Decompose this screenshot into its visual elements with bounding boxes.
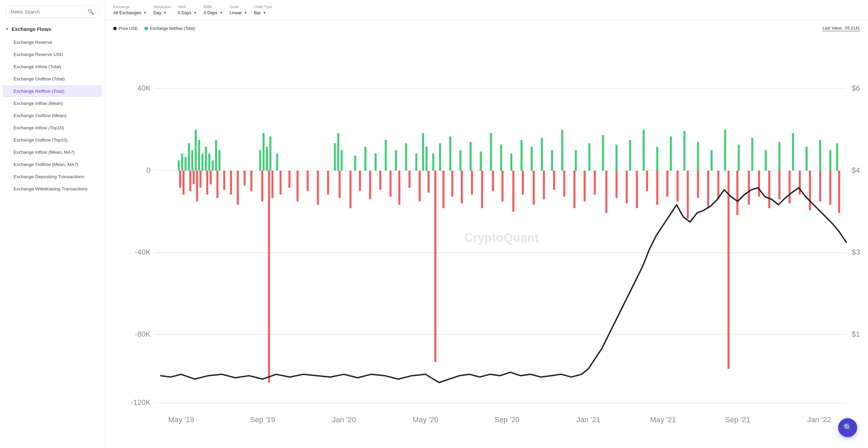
svg-text:May '21: May '21 bbox=[650, 415, 676, 424]
scale-select[interactable]: Linear ▼ bbox=[230, 10, 247, 15]
exchange-select[interactable]: All Exchanges ▼ bbox=[113, 10, 146, 15]
sma-value: 0 Days bbox=[178, 10, 191, 15]
sidebar-item-3[interactable]: Exchange Outflow (Total) bbox=[3, 73, 102, 85]
search-container: 🔍 bbox=[0, 5, 105, 23]
svg-rect-105 bbox=[279, 171, 281, 194]
svg-rect-155 bbox=[778, 171, 781, 200]
chart-type-label: Chart Type bbox=[254, 5, 272, 9]
fab-icon: 🔍 bbox=[843, 423, 852, 432]
svg-rect-110 bbox=[327, 171, 329, 194]
search-input[interactable] bbox=[11, 9, 87, 15]
svg-rect-23 bbox=[178, 161, 180, 171]
svg-rect-28 bbox=[195, 130, 197, 171]
svg-rect-85 bbox=[819, 140, 821, 171]
sidebar-item-6[interactable]: Exchange Outflow (Mean) bbox=[3, 110, 102, 122]
svg-rect-48 bbox=[395, 150, 397, 170]
svg-text:Jan '22: Jan '22 bbox=[807, 415, 831, 424]
sidebar-item-11[interactable]: Exchange Depositing Transactions bbox=[3, 171, 102, 183]
svg-rect-76 bbox=[697, 142, 699, 171]
svg-text:$45K: $45K bbox=[852, 166, 860, 174]
svg-rect-45 bbox=[364, 147, 367, 170]
svg-rect-72 bbox=[643, 130, 645, 171]
svg-rect-59 bbox=[490, 133, 492, 171]
svg-rect-152 bbox=[748, 171, 750, 205]
svg-rect-109 bbox=[317, 171, 319, 205]
svg-rect-113 bbox=[359, 171, 361, 191]
svg-rect-26 bbox=[188, 143, 190, 171]
price-dot bbox=[113, 27, 117, 30]
svg-rect-55 bbox=[449, 136, 451, 171]
svg-rect-100 bbox=[243, 171, 245, 186]
svg-rect-34 bbox=[215, 140, 217, 171]
svg-rect-145 bbox=[677, 171, 679, 202]
svg-rect-51 bbox=[422, 133, 424, 171]
sidebar: 🔍 ▼ Exchange Flows Exchange ReserveExcha… bbox=[0, 0, 105, 448]
search-icon: 🔍 bbox=[87, 8, 94, 15]
svg-rect-123 bbox=[451, 171, 453, 197]
svg-rect-74 bbox=[670, 136, 672, 171]
svg-rect-95 bbox=[210, 171, 212, 184]
svg-rect-38 bbox=[266, 147, 268, 170]
sidebar-item-7[interactable]: Exchange Inflow (Top10) bbox=[3, 122, 102, 134]
svg-rect-73 bbox=[656, 147, 658, 170]
svg-rect-134 bbox=[563, 171, 565, 197]
svg-rect-64 bbox=[541, 138, 543, 171]
legend-netflow-label: Exchange Netflow (Total) bbox=[150, 26, 195, 31]
sidebar-item-12[interactable]: Exchange Withdrawing Transactions bbox=[3, 183, 102, 195]
svg-rect-101 bbox=[250, 171, 252, 191]
svg-rect-138 bbox=[605, 171, 607, 213]
resolution-dropdown-icon: ▼ bbox=[163, 11, 166, 15]
svg-rect-117 bbox=[398, 171, 400, 205]
sidebar-item-2[interactable]: Exchange Inflow (Total) bbox=[3, 61, 102, 73]
resolution-value: Day bbox=[153, 10, 161, 15]
chart-type-select[interactable]: Bar ▼ bbox=[254, 10, 272, 15]
scale-value: Linear bbox=[230, 10, 242, 15]
svg-rect-107 bbox=[296, 171, 298, 202]
ema-select[interactable]: 0 Days ▼ bbox=[204, 10, 223, 15]
sma-select[interactable]: 0 Days ▼ bbox=[178, 10, 197, 15]
toolbar: Exchange All Exchanges ▼ Resolution Day … bbox=[105, 0, 868, 20]
svg-rect-122 bbox=[442, 171, 445, 208]
sidebar-item-8[interactable]: Exchange Outflow (Top10) bbox=[3, 134, 102, 146]
svg-rect-126 bbox=[481, 171, 483, 208]
sidebar-item-5[interactable]: Exchange Inflow (Mean) bbox=[3, 97, 102, 109]
svg-rect-49 bbox=[405, 143, 407, 171]
svg-rect-27 bbox=[191, 150, 193, 170]
svg-rect-44 bbox=[354, 155, 356, 170]
toolbar-scale-group: Scale Linear ▼ bbox=[230, 5, 247, 15]
toolbar-resolution-group: Resolution Day ▼ bbox=[153, 5, 171, 15]
svg-rect-140 bbox=[626, 171, 628, 204]
sidebar-item-4[interactable]: Exchange Netflow (Total) bbox=[3, 85, 102, 97]
ema-value: 0 Days bbox=[204, 10, 217, 15]
resolution-label: Resolution bbox=[153, 5, 171, 9]
svg-rect-121 bbox=[434, 171, 436, 362]
section-header[interactable]: ▼ Exchange Flows bbox=[0, 23, 105, 36]
svg-rect-41 bbox=[334, 143, 336, 171]
svg-rect-71 bbox=[629, 140, 631, 171]
svg-rect-148 bbox=[707, 171, 709, 208]
svg-rect-160 bbox=[829, 171, 831, 205]
svg-rect-144 bbox=[666, 171, 668, 197]
svg-rect-137 bbox=[594, 171, 596, 194]
svg-rect-40 bbox=[276, 153, 278, 170]
svg-rect-87 bbox=[836, 143, 838, 171]
main-content: Exchange All Exchanges ▼ Resolution Day … bbox=[105, 0, 868, 448]
svg-rect-42 bbox=[337, 133, 339, 171]
svg-rect-56 bbox=[459, 150, 461, 170]
legend-price-label: Price USD bbox=[119, 26, 138, 31]
search-box[interactable]: 🔍 bbox=[5, 5, 99, 18]
fab-button[interactable]: 🔍 bbox=[838, 418, 857, 437]
sidebar-item-0[interactable]: Exchange Reserve bbox=[3, 36, 102, 48]
resolution-select[interactable]: Day ▼ bbox=[153, 10, 171, 15]
svg-rect-60 bbox=[500, 145, 502, 171]
sidebar-item-9[interactable]: Exchange Inflow (Mean, MA7) bbox=[3, 146, 102, 158]
svg-rect-128 bbox=[501, 171, 504, 202]
svg-rect-43 bbox=[341, 150, 343, 170]
svg-rect-88 bbox=[179, 171, 181, 188]
sidebar-item-10[interactable]: Exchange Outflow (Mean, MA7) bbox=[3, 158, 102, 170]
svg-text:Jan '21: Jan '21 bbox=[576, 415, 600, 424]
chart-type-dropdown-icon: ▼ bbox=[263, 11, 266, 15]
sidebar-item-1[interactable]: Exchange Reserve USD bbox=[3, 49, 102, 60]
svg-rect-75 bbox=[684, 131, 686, 171]
svg-rect-103 bbox=[268, 171, 270, 382]
